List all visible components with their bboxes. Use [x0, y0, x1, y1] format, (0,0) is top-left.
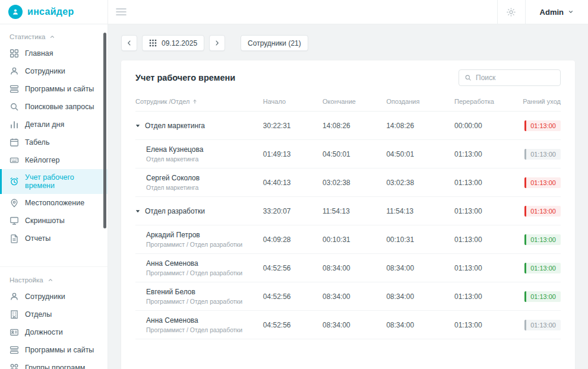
hamburger-icon	[116, 8, 127, 16]
sidebar-item[interactable]: Скриншоты	[0, 212, 108, 230]
admin-menu[interactable]: Admin	[526, 0, 588, 24]
column-label: Сотрудник /Отдел	[135, 98, 189, 105]
cell-late: 04:50:01	[386, 150, 454, 158]
cell-start: 04:09:28	[263, 236, 323, 244]
sidebar-item[interactable]: Сотрудники	[0, 62, 108, 80]
keyboard-icon	[10, 155, 19, 165]
employee-subtitle: Отдел маркетинга	[146, 184, 200, 191]
sidebar-item[interactable]: Программы и сайты	[0, 341, 108, 359]
column-header-late[interactable]: Опоздания	[386, 98, 454, 105]
app-group-icon	[10, 363, 19, 369]
monitor-icon	[10, 216, 19, 225]
early-leave-badge: 01:13:00	[524, 206, 561, 217]
sidebar-item[interactable]: Отчеты	[0, 230, 108, 247]
sidebar-item[interactable]: Местоположение	[0, 194, 108, 212]
sidebar-item-label: Программы и сайты	[25, 346, 94, 354]
chevron-left-icon	[126, 40, 132, 46]
table-row[interactable]: Аркадий ПетровПрограммист / Отдел разраб…	[135, 225, 561, 254]
person-icon	[10, 292, 19, 301]
topbar-main: Admin	[108, 0, 588, 24]
sidebar-item[interactable]: Детали дня	[0, 116, 108, 133]
cell-late: 14:08:26	[386, 122, 454, 130]
sidebar-item[interactable]: Кейлоггер	[0, 151, 108, 169]
collapse-caret-icon[interactable]	[135, 209, 140, 214]
cell-employee: Елена КузнецоваОтдел маркетинга	[135, 145, 263, 163]
table-row[interactable]: Отдел разработки33:20:0711:54:1311:54:13…	[135, 197, 561, 225]
search-box[interactable]	[459, 69, 561, 86]
panel-header: Учет рабочего времени	[135, 61, 561, 94]
sidebar-scrollbar[interactable]	[103, 33, 106, 228]
gear-icon	[506, 7, 516, 17]
cell-start: 04:52:56	[263, 264, 323, 272]
cell-employee: Анна СеменоваПрограммист / Отдел разрабо…	[135, 259, 263, 276]
column-header-employee[interactable]: Сотрудник /Отдел	[135, 98, 263, 105]
table-row[interactable]: Сергей СоколовОтдел маркетинга04:40:1303…	[135, 168, 561, 197]
brand-logo[interactable]: инсайдер	[0, 0, 108, 24]
sidebar-item[interactable]: Учет рабочего времени	[0, 169, 108, 194]
column-label: Переработка	[454, 98, 494, 105]
employee-subtitle: Программист / Отдел разработки	[146, 241, 242, 248]
admin-label: Admin	[540, 8, 564, 17]
next-date-button[interactable]	[209, 35, 225, 51]
column-header-end[interactable]: Окончание	[323, 98, 386, 105]
sidebar-section-title[interactable]: Настройка	[0, 266, 108, 288]
sidebar-item[interactable]: Должности	[0, 323, 108, 341]
sidebar-item[interactable]: Главная	[0, 44, 108, 62]
table-row[interactable]: Анна СеменоваПрограммист / Отдел разрабо…	[135, 254, 561, 282]
employee-subtitle: Программист / Отдел разработки	[146, 326, 242, 333]
chevron-up-icon	[48, 277, 53, 283]
search-icon	[464, 74, 472, 81]
sidebar-item-label: Отчеты	[25, 234, 50, 243]
cell-end: 08:34:00	[323, 321, 386, 329]
sidebar-item[interactable]: Поисковые запросы	[0, 98, 108, 116]
column-label: Начало	[263, 98, 286, 105]
sidebar-item-label: Местоположение	[25, 199, 84, 207]
early-leave-badge: 01:13:00	[524, 177, 561, 188]
employees-filter-label: Сотрудники (21)	[248, 39, 301, 47]
chevron-down-icon	[568, 9, 574, 15]
table-row[interactable]: Отдел маркетинга30:22:3114:08:2614:08:26…	[135, 112, 561, 140]
topbar-right: Admin	[497, 0, 588, 24]
search-input[interactable]	[476, 74, 555, 82]
person-logo-icon	[8, 5, 23, 19]
employee-name: Сергей Соколов	[146, 174, 200, 182]
column-label: Окончание	[323, 98, 356, 105]
cell-early-leave: 01:13:00	[518, 149, 561, 160]
cell-employee: Евгений БеловПрограммист / Отдел разрабо…	[135, 288, 263, 305]
sidebar-item[interactable]: Группы программ	[0, 359, 108, 369]
date-picker-button[interactable]: 09.12.2025	[142, 35, 204, 51]
employee-name: Аркадий Петров	[146, 231, 242, 239]
sidebar-item[interactable]: Отделы	[0, 306, 108, 323]
cell-overtime: 01:13:00	[454, 321, 518, 329]
sidebar-item-label: Табель	[25, 138, 49, 147]
employee-subtitle: Программист / Отдел разработки	[146, 298, 242, 305]
cell-overtime: 01:13:00	[454, 150, 518, 158]
column-header-start[interactable]: Начало	[263, 98, 323, 105]
column-header-early-leave[interactable]: Ранний уход	[518, 98, 561, 105]
prev-date-button[interactable]	[121, 35, 137, 51]
employee-name: Анна Семенова	[146, 259, 242, 268]
sidebar-section-title[interactable]: Статистика	[0, 28, 108, 44]
menu-toggle-button[interactable]	[116, 8, 127, 16]
cell-start: 04:52:56	[263, 321, 323, 329]
cell-overtime: 00:00:00	[454, 122, 518, 130]
document-icon	[10, 234, 19, 243]
cell-start: 04:52:56	[263, 292, 323, 301]
cell-end: 04:50:01	[323, 150, 386, 158]
sidebar-item[interactable]: Программы и сайты	[0, 80, 108, 98]
sidebar-item[interactable]: Сотрудники	[0, 288, 108, 306]
sidebar: СтатистикаГлавнаяСотрудникиПрограммы и с…	[0, 24, 108, 369]
collapse-caret-icon[interactable]	[135, 123, 140, 128]
early-leave-badge: 01:13:00	[524, 120, 561, 131]
cell-early-leave: 01:13:00	[518, 206, 561, 217]
sidebar-item-label: Поисковые запросы	[25, 103, 94, 111]
calendar-icon	[10, 138, 19, 147]
sidebar-item[interactable]: Табель	[0, 133, 108, 151]
table-row[interactable]: Евгений БеловПрограммист / Отдел разрабо…	[135, 282, 561, 311]
table-row[interactable]: Анна СеменоваПрограммист / Отдел разрабо…	[135, 311, 561, 339]
settings-button[interactable]	[497, 0, 526, 24]
search-icon	[10, 102, 19, 112]
employees-filter-button[interactable]: Сотрудники (21)	[241, 35, 308, 51]
table-row[interactable]: Елена КузнецоваОтдел маркетинга01:49:130…	[135, 140, 561, 168]
column-header-overtime[interactable]: Переработка	[454, 98, 518, 105]
